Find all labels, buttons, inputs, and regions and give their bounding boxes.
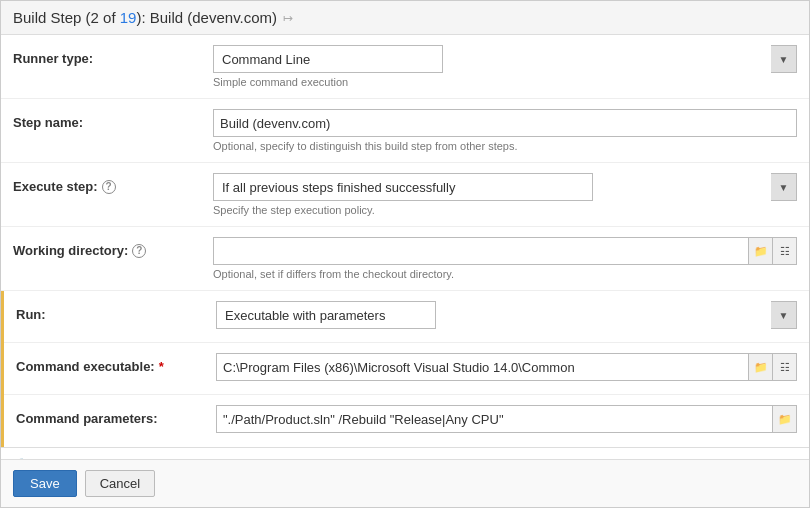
command-parameters-field: 📁	[216, 405, 797, 433]
step-name-hint: Optional, specify to distinguish this bu…	[213, 140, 797, 152]
execute-step-select-wrapper: If all previous steps finished successfu…	[213, 173, 797, 201]
title-suffix: ): Build (devenv.com)	[136, 9, 277, 26]
cancel-button[interactable]: Cancel	[85, 470, 155, 497]
execute-step-dropdown-arrow: ▼	[771, 173, 797, 201]
command-executable-param-icon[interactable]: ☷	[773, 353, 797, 381]
run-row: Run: Executable with parameters ▼	[4, 291, 809, 343]
working-dir-row: Working directory: ? 📁 ☷ Optional, set i…	[1, 227, 809, 291]
runner-type-select-wrapper: Command Line ▼	[213, 45, 797, 73]
execute-step-label: Execute step: ?	[13, 173, 213, 194]
working-dir-param-icon[interactable]: ☷	[773, 237, 797, 265]
run-label: Run:	[16, 301, 216, 322]
step-name-input[interactable]	[213, 109, 797, 137]
command-parameters-param-icon[interactable]: 📁	[773, 405, 797, 433]
title-prefix: Build Step (2 of	[13, 9, 120, 26]
run-select-wrapper: Executable with parameters ▼	[216, 301, 797, 329]
command-executable-label: Command executable: *	[16, 353, 216, 374]
command-parameters-input[interactable]	[216, 405, 773, 433]
step-name-label: Step name:	[13, 109, 213, 130]
pin-icon[interactable]: ↦	[283, 11, 293, 25]
command-executable-required: *	[159, 359, 164, 374]
working-dir-input[interactable]	[213, 237, 749, 265]
run-section: Run: Executable with parameters ▼ Comman…	[1, 291, 809, 447]
command-parameters-label: Command parameters:	[16, 405, 216, 426]
working-dir-file-icon[interactable]: 📁	[749, 237, 773, 265]
command-parameters-row: Command parameters: 📁	[4, 395, 809, 447]
runner-type-hint: Simple command execution	[213, 76, 797, 88]
working-dir-help-icon[interactable]: ?	[132, 244, 146, 258]
command-executable-input-group: 📁 ☷	[216, 353, 797, 381]
working-dir-input-group: 📁 ☷	[213, 237, 797, 265]
command-parameters-input-group: 📁	[216, 405, 797, 433]
runner-type-field: Command Line ▼ Simple command execution	[213, 45, 797, 88]
page-header: Build Step (2 of 19): Build (devenv.com)…	[1, 1, 809, 35]
runner-type-dropdown-arrow: ▼	[771, 45, 797, 73]
execute-step-row: Execute step: ? If all previous steps fi…	[1, 163, 809, 227]
step-name-row: Step name: Optional, specify to distingu…	[1, 99, 809, 163]
footer: Save Cancel	[1, 459, 809, 507]
form-body: Runner type: Command Line ▼ Simple comma…	[1, 35, 809, 459]
runner-type-label: Runner type:	[13, 45, 213, 66]
execute-step-select[interactable]: If all previous steps finished successfu…	[213, 173, 593, 201]
command-executable-field: 📁 ☷	[216, 353, 797, 381]
execute-step-field: If all previous steps finished successfu…	[213, 173, 797, 216]
page-title: Build Step (2 of 19): Build (devenv.com)	[13, 9, 277, 26]
command-executable-input[interactable]	[216, 353, 749, 381]
execute-step-help-icon[interactable]: ?	[102, 180, 116, 194]
run-select[interactable]: Executable with parameters	[216, 301, 436, 329]
run-field: Executable with parameters ▼	[216, 301, 797, 329]
step-name-field: Optional, specify to distinguish this bu…	[213, 109, 797, 152]
runner-type-select[interactable]: Command Line	[213, 45, 443, 73]
command-executable-file-icon[interactable]: 📁	[749, 353, 773, 381]
advanced-options-row: 🔨 Hide advanced options	[1, 448, 809, 459]
command-executable-row: Command executable: * 📁 ☷	[4, 343, 809, 395]
working-dir-hint: Optional, set if differs from the checko…	[213, 268, 797, 280]
working-dir-label: Working directory: ?	[13, 237, 213, 258]
save-button[interactable]: Save	[13, 470, 77, 497]
run-dropdown-arrow: ▼	[771, 301, 797, 329]
working-dir-field: 📁 ☷ Optional, set if differs from the ch…	[213, 237, 797, 280]
step-count-link[interactable]: 19	[120, 9, 137, 26]
runner-type-row: Runner type: Command Line ▼ Simple comma…	[1, 35, 809, 99]
execute-step-hint: Specify the step execution policy.	[213, 204, 797, 216]
